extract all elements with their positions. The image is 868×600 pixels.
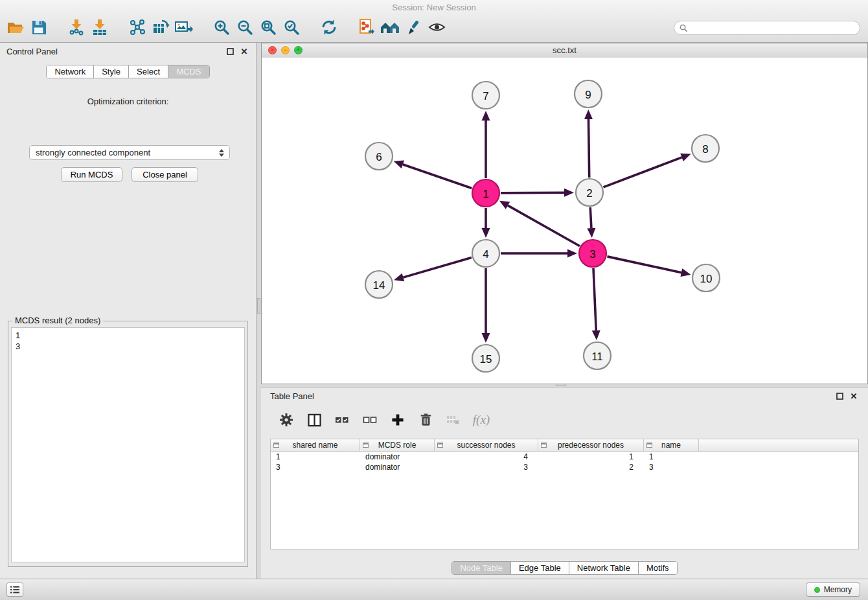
- table-cell[interactable]: 1: [271, 452, 360, 461]
- tab-motifs[interactable]: Motifs: [639, 562, 677, 574]
- column-header-MCDS-role[interactable]: MCDS role: [360, 439, 435, 451]
- select-stepper-icon: [216, 146, 227, 159]
- float-panel-icon[interactable]: [834, 391, 845, 401]
- column-header-shared-name[interactable]: shared name: [271, 439, 360, 451]
- tab-node-table[interactable]: Node Table: [452, 562, 511, 574]
- table-cell[interactable]: 2: [538, 463, 644, 472]
- tab-mcds[interactable]: MCDS: [168, 65, 209, 78]
- zoom-fit-button[interactable]: [257, 16, 280, 39]
- visibility-button[interactable]: [425, 16, 448, 39]
- optimization-select[interactable]: strongly connected component: [29, 145, 230, 160]
- table-cell[interactable]: 1: [644, 452, 699, 461]
- graph-node-1[interactable]: 1: [472, 179, 499, 207]
- network-icon: [129, 19, 146, 36]
- svg-text:11: 11: [591, 351, 603, 363]
- network-canvas[interactable]: 7968124314101511: [262, 58, 867, 384]
- svg-text:2: 2: [586, 187, 592, 200]
- close-panel-icon[interactable]: ✕: [849, 391, 859, 401]
- tab-select[interactable]: Select: [129, 65, 168, 78]
- table-row[interactable]: 3dominator323: [271, 462, 858, 472]
- mcds-result-list[interactable]: 13: [11, 327, 245, 562]
- graph-edge-1-7[interactable]: [482, 111, 490, 178]
- column-header-name[interactable]: name: [644, 439, 699, 451]
- export-image-button[interactable]: [172, 16, 196, 39]
- new-network-button[interactable]: [126, 16, 149, 39]
- table-cell[interactable]: 3: [271, 463, 360, 472]
- graph-edge-2-9[interactable]: [584, 110, 593, 178]
- column-header-successor-nodes[interactable]: successor nodes: [435, 439, 538, 451]
- float-panel-icon[interactable]: [225, 46, 235, 56]
- zoom-out-button[interactable]: [233, 16, 257, 39]
- graph-edge-2-3[interactable]: [587, 207, 595, 238]
- task-history-button[interactable]: [6, 583, 23, 597]
- graph-node-7[interactable]: 7: [472, 82, 499, 109]
- search-box[interactable]: [674, 21, 860, 35]
- table-cell[interactable]: 4: [435, 452, 538, 461]
- neighborhood-button[interactable]: [378, 16, 402, 39]
- table-panel-header: Table Panel ✕: [261, 387, 868, 404]
- table-cell[interactable]: 3: [644, 463, 699, 472]
- svg-text:7: 7: [483, 90, 488, 102]
- import-network-button[interactable]: [65, 16, 88, 39]
- new-table-button[interactable]: [149, 16, 172, 39]
- zoom-in-button[interactable]: [210, 16, 233, 39]
- tab-network-table[interactable]: Network Table: [569, 562, 639, 574]
- graph-node-2[interactable]: 2: [576, 179, 603, 206]
- graph-node-15[interactable]: 15: [472, 345, 499, 372]
- network-file-button[interactable]: [355, 16, 378, 39]
- table-cell[interactable]: dominator: [360, 463, 435, 472]
- graph-node-10[interactable]: 10: [692, 264, 720, 292]
- close-panel-button[interactable]: Close panel: [131, 167, 198, 182]
- delete-column-button-disabled[interactable]: [445, 411, 462, 428]
- run-mcds-button[interactable]: Run MCDS: [61, 167, 122, 182]
- show-columns-button[interactable]: [306, 411, 323, 428]
- memory-button[interactable]: Memory: [806, 583, 860, 597]
- save-session-button[interactable]: [27, 16, 51, 39]
- graph-edge-3-10[interactable]: [607, 257, 691, 277]
- tab-edge-table[interactable]: Edge Table: [511, 562, 569, 574]
- select-all-button[interactable]: [334, 411, 350, 428]
- graph-node-6[interactable]: 6: [365, 143, 393, 170]
- table-cell[interactable]: dominator: [360, 452, 435, 461]
- zoom-selected-button[interactable]: [280, 16, 303, 39]
- graph-edge-1-6[interactable]: [394, 161, 472, 189]
- search-input[interactable]: [691, 23, 854, 33]
- graph-edge-4-3[interactable]: [501, 249, 577, 258]
- control-panel-header: Control Panel ✕: [0, 43, 256, 60]
- refresh-button[interactable]: [317, 16, 341, 39]
- graph-edge-2-8[interactable]: [604, 154, 691, 187]
- function-builder-button[interactable]: f(x): [473, 411, 490, 428]
- mcds-result-groupbox: MCDS result (2 nodes) 13: [8, 321, 248, 567]
- graph-edge-3-1[interactable]: [499, 201, 580, 246]
- graph-node-3[interactable]: 3: [579, 240, 606, 267]
- graph-node-9[interactable]: 9: [575, 80, 602, 108]
- network-view-window: × − + scc.txt 7968124314101511: [261, 43, 868, 384]
- graph-edge-1-4[interactable]: [482, 208, 490, 238]
- table-row[interactable]: 1dominator411: [271, 452, 858, 462]
- graph-edge-4-15[interactable]: [482, 268, 490, 343]
- graph-node-11[interactable]: 11: [584, 342, 611, 369]
- graph-node-8[interactable]: 8: [692, 135, 719, 162]
- deselect-all-icon: [363, 415, 377, 425]
- open-session-button[interactable]: [4, 16, 27, 39]
- control-panel-title: Control Panel: [6, 47, 58, 56]
- graph-edge-4-14[interactable]: [394, 257, 472, 281]
- table-cell[interactable]: 3: [435, 463, 538, 472]
- graph-node-14[interactable]: 14: [365, 271, 393, 298]
- graph-edge-1-2[interactable]: [501, 189, 574, 197]
- column-header-predecessor-nodes[interactable]: predecessor nodes: [538, 439, 644, 451]
- style-paint-button[interactable]: [402, 16, 425, 39]
- tab-style[interactable]: Style: [94, 65, 129, 78]
- graph-edge-3-11[interactable]: [592, 268, 600, 340]
- vertical-splitter-grip[interactable]: [257, 298, 260, 314]
- houses-icon: [380, 19, 400, 35]
- close-panel-icon[interactable]: ✕: [239, 46, 249, 56]
- import-table-button[interactable]: [88, 16, 111, 39]
- delete-rows-button[interactable]: [417, 411, 434, 428]
- add-column-button[interactable]: [389, 411, 406, 428]
- deselect-all-button[interactable]: [361, 411, 378, 428]
- table-settings-button[interactable]: [278, 411, 295, 428]
- table-cell[interactable]: 1: [538, 452, 644, 461]
- tab-network[interactable]: Network: [47, 65, 94, 78]
- graph-node-4[interactable]: 4: [472, 240, 499, 267]
